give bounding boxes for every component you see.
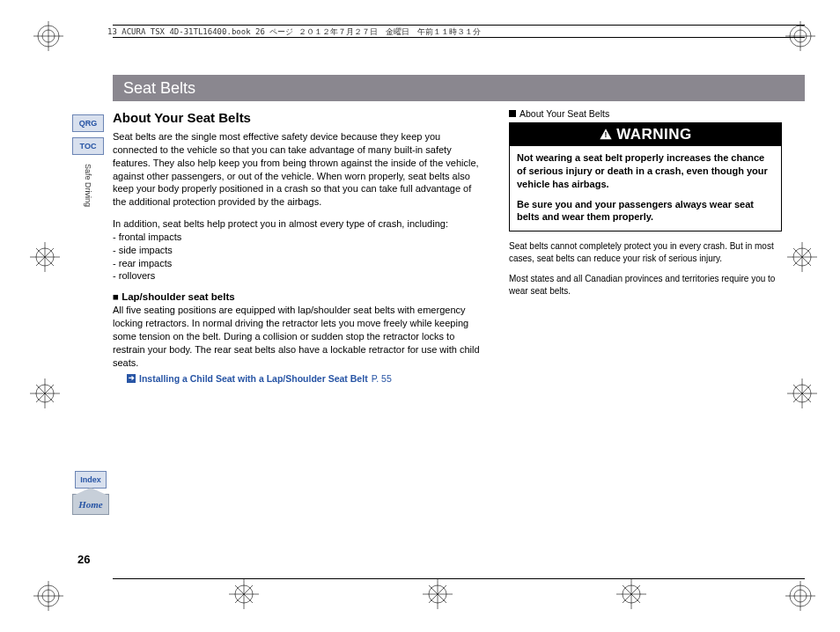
crosshair-icon bbox=[229, 579, 259, 609]
crosshair-icon bbox=[30, 378, 60, 408]
link-arrow-icon: ➔ bbox=[127, 374, 136, 383]
warning-triangle-icon: ! bbox=[599, 128, 613, 142]
meta-line: 13 ACURA TSX 4D-31TL16400.book 26 ページ ２０… bbox=[107, 26, 481, 38]
side-note: Most states and all Canadian provinces a… bbox=[509, 273, 782, 297]
right-column: About Your Seat Belts ! WARNING Not wear… bbox=[509, 108, 782, 384]
cross-reference-link[interactable]: ➔ Installing a Child Seat with a Lap/Sho… bbox=[127, 373, 483, 384]
crosshair-icon bbox=[30, 242, 60, 272]
paragraph: All five seating positions are equipped … bbox=[113, 304, 483, 369]
crosshair-icon bbox=[616, 579, 646, 609]
list-item: - side impacts bbox=[113, 244, 483, 257]
list-item: - rear impacts bbox=[113, 257, 483, 270]
paragraph: In addition, seat belts help protect you… bbox=[113, 217, 483, 231]
section-header-title: Seat Belts bbox=[123, 79, 195, 98]
warning-body: Not wearing a seat belt properly increas… bbox=[510, 146, 781, 231]
sidebar: QRG TOC Safe Driving bbox=[72, 114, 104, 207]
section-header: Seat Belts bbox=[113, 75, 805, 101]
warning-box: ! WARNING Not wearing a seat belt proper… bbox=[509, 122, 782, 231]
impacts-list: - frontal impacts - side impacts - rear … bbox=[113, 231, 483, 283]
paragraph: Seat belts are the single most effective… bbox=[113, 130, 483, 209]
list-item: - rollovers bbox=[113, 269, 483, 283]
side-note: Seat belts cannot completely protect you… bbox=[509, 240, 782, 264]
bottom-rule bbox=[113, 578, 805, 579]
warning-paragraph: Be sure you and your passengers always w… bbox=[517, 198, 774, 224]
registration-mark-icon bbox=[33, 21, 63, 51]
cross-reference-page: P. 55 bbox=[372, 373, 392, 384]
main-content: Seat Belts About Your Seat Belts Seat be… bbox=[113, 75, 805, 562]
qrg-button[interactable]: QRG bbox=[72, 114, 104, 132]
margin-note-text: About Your Seat Belts bbox=[519, 108, 609, 119]
cross-reference-label: Installing a Child Seat with a Lap/Shoul… bbox=[139, 373, 368, 384]
home-button[interactable]: Home bbox=[72, 494, 109, 515]
registration-mark-icon bbox=[785, 21, 815, 51]
warning-paragraph: Not wearing a seat belt properly increas… bbox=[517, 151, 774, 191]
chapter-label: Safe Driving bbox=[84, 164, 92, 207]
margin-note-title: About Your Seat Belts bbox=[509, 108, 782, 119]
page: 13 ACURA TSX 4D-31TL16400.book 26 ページ ２０… bbox=[0, 0, 840, 632]
crosshair-icon bbox=[423, 579, 453, 609]
list-item: - frontal impacts bbox=[113, 231, 483, 244]
toc-button[interactable]: TOC bbox=[72, 137, 104, 155]
index-button[interactable]: Index bbox=[75, 471, 107, 489]
registration-mark-icon bbox=[33, 581, 63, 611]
page-number: 26 bbox=[77, 553, 90, 566]
warning-heading: ! WARNING bbox=[510, 123, 781, 146]
svg-text:!: ! bbox=[605, 130, 608, 139]
section-title: About Your Seat Belts bbox=[113, 110, 483, 125]
index-area: Index Home bbox=[72, 471, 109, 515]
left-column: About Your Seat Belts Seat belts are the… bbox=[113, 108, 483, 384]
top-rule bbox=[113, 25, 805, 26]
registration-mark-icon bbox=[785, 581, 815, 611]
chevron-icon bbox=[509, 110, 516, 117]
warning-title: WARNING bbox=[616, 126, 692, 143]
subheading: Lap/shoulder seat belts bbox=[113, 291, 483, 302]
